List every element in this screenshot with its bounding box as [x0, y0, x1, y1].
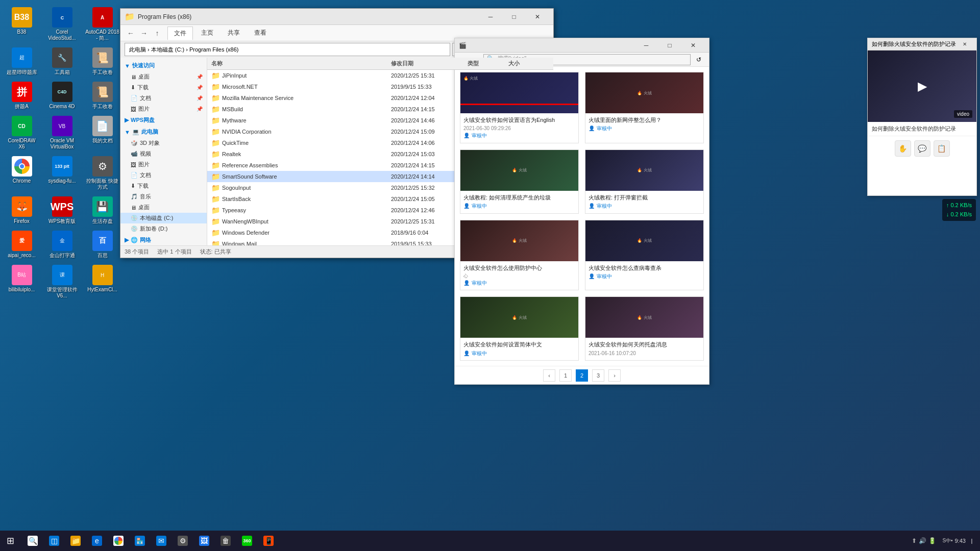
desktop-icon-chrome[interactable]: Chrome: [3, 154, 41, 192]
desktop-icon-corel[interactable]: C Corel VideoStud...: [43, 5, 81, 43]
video-status-6: 👤 审核中: [589, 273, 700, 280]
sidebar-item-music[interactable]: 🎵 音乐: [120, 191, 207, 202]
prev-page-button[interactable]: ‹: [543, 369, 555, 382]
taskbar-taskview[interactable]: ◫: [44, 532, 64, 550]
video-card-1[interactable]: 🔥 火绒 火绒安全软件如何设置语言为English 2021-06-30 09:…: [460, 72, 579, 143]
desktop-icon-jinshan[interactable]: 金 金山打字通: [43, 229, 81, 261]
sidebar-item-videos[interactable]: 📹 视频: [120, 148, 207, 159]
sidebar-item-d-drive[interactable]: 💿 新加卷 (D:): [120, 223, 207, 234]
close-button[interactable]: ✕: [526, 9, 549, 25]
taskbar-360[interactable]: 360: [237, 532, 257, 550]
maximize-button[interactable]: □: [502, 9, 526, 25]
desktop-icon-scroll2[interactable]: 📜 手工收卷: [83, 80, 121, 112]
video-card-8[interactable]: 🔥 火绒 火绒安全软件如何关闭托盘消息 2021-06-16 10:07:20: [585, 296, 704, 361]
video-title-4: 火绒教程: 打开弹窗拦截: [589, 194, 700, 202]
show-desktop-button[interactable]: |: [968, 531, 976, 551]
desktop-icon-tools[interactable]: 🔧 工具箱: [43, 45, 81, 78]
desktop-icon-docs[interactable]: 📄 我的文档: [83, 114, 121, 152]
video-card-6[interactable]: 🔥 火绒 火绒安全软件怎么查病毒查杀 👤 审核中: [585, 220, 704, 290]
autocad-icon: A: [92, 7, 113, 28]
sidebar-item-pics[interactable]: 🖼 图片: [120, 159, 207, 170]
up-button[interactable]: ↑: [151, 27, 163, 39]
minimize-button[interactable]: ─: [479, 9, 502, 25]
page-3-button[interactable]: 3: [592, 369, 604, 382]
desktop-icon-pinta[interactable]: 拼 拼题A: [3, 80, 41, 112]
sidebar-item-desktop[interactable]: 🖥 桌面 📌: [120, 71, 207, 82]
video-card-5[interactable]: 🔥 火绒 火绒安全软件怎么使用防护中心 心 👤 审核中: [460, 220, 579, 290]
sidebar-item-3dobjects[interactable]: 🎲 3D 对象: [120, 138, 207, 148]
desktop-icon-133[interactable]: 133 pIt sysdiag-fu...: [43, 154, 81, 192]
next-page-button[interactable]: ›: [608, 369, 621, 382]
quick-access-header[interactable]: ▼ 快速访问: [120, 60, 207, 71]
video-thumb-5: 🔥 火绒: [460, 220, 578, 261]
desktop-icon-save[interactable]: 💾 生活存盘: [83, 194, 121, 227]
taskbar-photos[interactable]: 🖼: [194, 532, 214, 550]
network-header[interactable]: ▶ 🌐 网络: [120, 234, 207, 245]
taskbar-mail[interactable]: ✉: [151, 532, 172, 550]
page-2-button[interactable]: 2: [576, 369, 588, 382]
desktop-icon-classroom[interactable]: 课 课堂管理软件 V6...: [43, 263, 81, 301]
this-pc-header[interactable]: ▼ 💻 此电脑: [120, 126, 207, 138]
desktop-icon-scroll[interactable]: 📜 手工收卷: [83, 45, 121, 78]
tab-share[interactable]: 共享: [222, 27, 246, 39]
address-bar[interactable]: 此电脑 › 本地磁盘 (C:) › Program Files (x86): [125, 43, 450, 56]
sidebar-item-downloads[interactable]: ⬇ 下载: [120, 181, 207, 191]
svg-text:C: C: [60, 15, 64, 20]
back-button[interactable]: ←: [125, 27, 137, 39]
desktop-icon-coreldraw[interactable]: CD CorelDRAW X6: [3, 114, 41, 152]
taskbar-explorer[interactable]: 📁: [65, 532, 86, 550]
sidebar-item-pictures[interactable]: 🖼 图片 📌: [120, 104, 207, 114]
taskbar-settings[interactable]: ⚙: [173, 532, 193, 550]
desktop-icon-cinema4d[interactable]: C4D Cinema 4D: [43, 80, 81, 112]
start-button[interactable]: ⊞: [0, 531, 20, 551]
desktop-icon-baisi[interactable]: 百 百思: [83, 229, 121, 261]
forward-button[interactable]: →: [138, 27, 150, 39]
header-date: 修改日期: [391, 60, 468, 67]
desktop-icon-superstar[interactable]: 超 超星哔哔题库: [3, 45, 41, 78]
desktop-icon-aipai[interactable]: 爱 aipai_reco...: [3, 229, 41, 261]
desktop-icon-bilibili[interactable]: B站 bilibiluiplo...: [3, 263, 41, 301]
desktop-icon-autocad[interactable]: A AutoCAD 2018 - 简...: [83, 5, 121, 43]
wps-header[interactable]: ▶ WPS网盘: [120, 114, 207, 126]
sidebar-item-download[interactable]: ⬇ 下载 📌: [120, 82, 207, 93]
tab-file[interactable]: 文件: [167, 27, 193, 40]
desktop-icon-hyt[interactable]: H HytExamCl...: [83, 263, 121, 301]
taskbar-app1[interactable]: 📱: [258, 532, 279, 550]
sidebar-item-documents[interactable]: 📄 文档: [120, 170, 207, 181]
desktop-icon-wps[interactable]: WPS WPS教育版: [43, 194, 81, 227]
folder-icon: 📁: [211, 240, 220, 245]
taskbar-search[interactable]: 🔍: [22, 532, 43, 550]
video-card-7[interactable]: 🔥 火绒 火绒安全软件如何设置简体中文 👤 审核中: [460, 296, 579, 361]
video-card-3[interactable]: 🔥 火绒 火绒教程: 如何清理系统产生的垃圾 👤 审核中: [460, 149, 579, 214]
taskbar-edge[interactable]: e: [87, 532, 107, 550]
taskbar-store[interactable]: 🏪: [130, 532, 150, 550]
hand-icon[interactable]: ✋: [895, 140, 911, 157]
desktop-icon-firefox[interactable]: 🦊 Firefox: [3, 194, 41, 227]
desktop-icon-control[interactable]: ⚙ 控制面板 快捷方式: [83, 154, 121, 192]
network-icon: 🌐: [131, 237, 138, 243]
desktop-icon-virtualbox[interactable]: VB Oracle VM VirtualBox: [43, 114, 81, 152]
preview-close-button[interactable]: ✕: [957, 38, 972, 51]
page-1-button[interactable]: 1: [559, 369, 572, 382]
document-icon[interactable]: 📋: [934, 140, 950, 157]
classroom-label: 课堂管理软件 V6...: [45, 287, 79, 299]
video-card-2[interactable]: 🔥 火绒 火绒里面的新网停整怎么用？ 👤 审核中: [585, 72, 704, 143]
tab-home[interactable]: 主页: [195, 27, 219, 39]
video-refresh-button[interactable]: ↺: [693, 54, 705, 66]
desktop-icon-b38[interactable]: B38 B38: [3, 5, 41, 43]
comment-icon[interactable]: 💬: [914, 140, 930, 157]
tab-view[interactable]: 查看: [248, 27, 273, 39]
video-close-button[interactable]: ✕: [681, 37, 705, 54]
sidebar-item-docs[interactable]: 📄 文档 📌: [120, 93, 207, 104]
sidebar-item-desktop2[interactable]: 🖥 桌面: [120, 202, 207, 213]
upload-speed: ↑ 0.2 KB/s: [946, 201, 972, 210]
file-name: Reference Assemblies: [222, 162, 278, 168]
sidebar-item-c-drive[interactable]: 💿 本地磁盘 (C:): [120, 213, 207, 223]
video-minimize-button[interactable]: ─: [634, 37, 658, 54]
video-maximize-button[interactable]: □: [658, 37, 681, 54]
video-thumb-2: 🔥 火绒: [585, 72, 703, 113]
taskbar-recycle[interactable]: 🗑: [215, 532, 236, 550]
video-card-4[interactable]: 🔥 火绒 火绒教程: 打开弹窗拦截 👤 审核中: [585, 149, 704, 214]
video-thumb-4: 🔥 火绒: [585, 150, 703, 191]
taskbar-chrome[interactable]: [108, 532, 129, 550]
